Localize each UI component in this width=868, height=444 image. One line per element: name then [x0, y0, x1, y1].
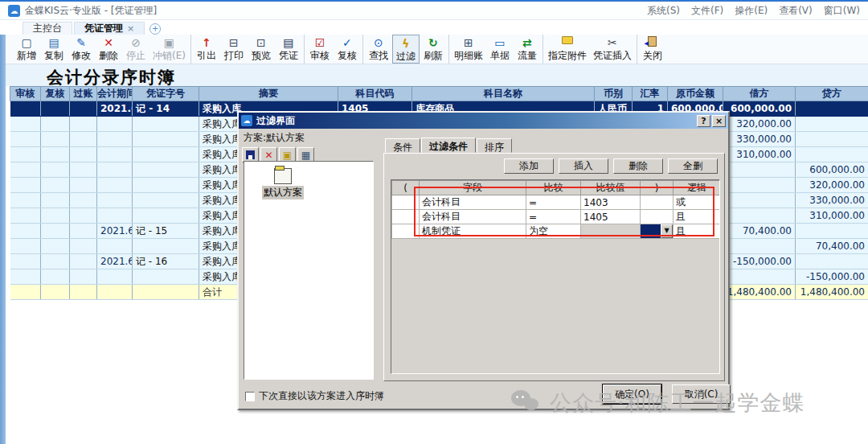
toolbar-button-明细账[interactable]: 明细账 — [451, 35, 486, 64]
condition-cell[interactable]: 且 — [674, 210, 721, 224]
menu-item[interactable]: 窗口(W) — [824, 4, 860, 18]
toolbar-button-指定附件[interactable]: 指定附件 — [545, 35, 590, 64]
condition-cell[interactable] — [641, 195, 674, 210]
toolbar-group: 查找过滤刷新 — [363, 35, 449, 64]
flow-icon — [522, 36, 532, 49]
toolbar-button-label: 预览 — [252, 49, 271, 63]
column-header-复核[interactable]: 复核 — [41, 87, 70, 101]
column-header-审核[interactable]: 审核 — [10, 87, 41, 101]
column-header-过账[interactable]: 过账 — [70, 87, 97, 101]
toolbar-button-停止: 停止 — [122, 35, 149, 64]
toolbar-button-刷新[interactable]: 刷新 — [420, 35, 447, 64]
cell: 记 - 14 — [133, 101, 199, 117]
condition-cell[interactable] — [392, 210, 420, 224]
filter-tab-control: 条件过滤条件排序 添加插入删除全删 (字段比较比较值)逻辑 会计科目=1403或… — [383, 138, 725, 381]
toolbar-button-label: 单据 — [490, 49, 510, 63]
condition-cell[interactable]: 1403 — [581, 195, 641, 210]
column-header-摘要[interactable]: 摘要 — [199, 87, 338, 101]
toolbar-button-新增[interactable]: 新增 — [13, 35, 40, 64]
toolbar-button-审核[interactable]: 审核 — [306, 35, 334, 64]
condition-row[interactable]: 机制凭证为空▼且 — [392, 224, 721, 239]
condition-cell[interactable]: 会计科目 — [420, 210, 526, 224]
toolbar-button-查找[interactable]: 查找 — [365, 35, 392, 64]
toolbar-button-复核[interactable]: 复核 — [334, 35, 361, 64]
column-header-凭证字号[interactable]: 凭证字号 — [133, 87, 199, 101]
dialog-close-button[interactable]: × — [712, 115, 726, 127]
condition-button-插入[interactable]: 插入 — [559, 158, 608, 174]
column-header-原币金额[interactable]: 原币金额 — [668, 87, 723, 101]
condition-cell[interactable]: 1405 — [581, 210, 641, 224]
condition-cell[interactable]: 或 — [674, 195, 721, 210]
condition-button-添加[interactable]: 添加 — [504, 158, 554, 174]
scheme-item-default[interactable]: 默认方案 — [259, 168, 307, 199]
filter-tab-排序[interactable]: 排序 — [477, 138, 512, 153]
toolbar-button-label: 凭证 — [279, 49, 298, 63]
cell: 记 - 15 — [133, 224, 199, 239]
condition-header-row: (字段比较比较值)逻辑 — [392, 181, 721, 195]
column-header-汇率[interactable]: 汇率 — [633, 87, 668, 101]
condition-cell[interactable]: 会计科目 — [420, 195, 526, 210]
cell — [41, 132, 70, 147]
cell — [97, 132, 133, 147]
toolbar-button-流量[interactable]: 流量 — [514, 35, 541, 64]
total-cell — [97, 285, 133, 300]
condition-cell[interactable]: = — [526, 210, 581, 224]
toolbar-group: 关闭 — [637, 35, 668, 64]
cell — [70, 208, 97, 224]
dialog-help-button[interactable]: ? — [697, 115, 710, 127]
condition-cell[interactable]: 且 — [674, 224, 721, 239]
cell — [41, 239, 70, 254]
toolbar-button-过滤[interactable]: 过滤 — [392, 35, 420, 64]
dropdown-arrow-icon[interactable]: ▼ — [661, 224, 673, 238]
filter-tab-条件[interactable]: 条件 — [385, 138, 420, 153]
toolbar-button-凭证[interactable]: 凭证 — [275, 35, 302, 64]
column-header-借方[interactable]: 借方 — [723, 87, 796, 101]
tab-主控台[interactable]: 主控台 — [23, 22, 72, 35]
toolbar-button-打印[interactable]: 打印 — [220, 35, 248, 64]
condition-cell[interactable] — [641, 210, 674, 224]
menu-item[interactable]: 系统(S) — [647, 4, 680, 18]
filter-tab-过滤条件[interactable]: 过滤条件 — [421, 138, 476, 153]
toolbar-button-关闭[interactable]: 关闭 — [639, 35, 666, 64]
toolbar-button-删除[interactable]: 删除 — [95, 35, 122, 64]
column-header-贷方[interactable]: 贷方 — [796, 87, 868, 101]
menu-item[interactable]: 查看(V) — [779, 4, 813, 18]
toolbar-button-修改[interactable]: 修改 — [68, 35, 95, 64]
tab-close-icon[interactable]: × — [127, 23, 134, 34]
column-header-币别[interactable]: 币别 — [595, 87, 633, 101]
condition-cell[interactable]: 为空 — [526, 224, 581, 239]
condition-cell[interactable]: = — [526, 195, 581, 210]
preview-icon — [256, 36, 266, 49]
cell — [10, 239, 41, 254]
condition-cell[interactable]: ▼ — [641, 224, 674, 239]
ok-button[interactable]: 确定(O) — [603, 384, 661, 404]
condition-row[interactable]: 会计科目=1405且 — [392, 210, 721, 224]
cell: -150,000.00 — [796, 269, 868, 285]
toolbar-button-预览[interactable]: 预览 — [248, 35, 275, 64]
column-header-科目名称[interactable]: 科目名称 — [412, 87, 595, 101]
condition-cell[interactable] — [581, 224, 641, 239]
cell — [723, 178, 796, 193]
condition-button-删除[interactable]: 删除 — [613, 158, 663, 174]
toolbar-button-凭证插入[interactable]: 凭证插入 — [590, 35, 635, 64]
column-header-会计期间[interactable]: 会计期间 — [97, 87, 133, 101]
cancel-button[interactable]: 取消(C) — [672, 384, 731, 404]
toolbar-button-单据[interactable]: 单据 — [486, 35, 514, 64]
filter-dialog-titlebar[interactable]: ☁ 过滤界面 ? × — [239, 113, 728, 129]
toolbar-button-复制[interactable]: 复制 — [40, 35, 68, 64]
scheme-listbox[interactable]: 默认方案 — [244, 161, 374, 380]
condition-cell[interactable]: 机制凭证 — [420, 224, 526, 239]
menu-item[interactable]: 操作(E) — [735, 4, 768, 18]
condition-column-逻辑: 逻辑 — [674, 181, 721, 195]
condition-row[interactable]: 会计科目=1403或 — [392, 195, 721, 210]
new-tab-icon[interactable]: + — [149, 23, 161, 35]
condition-button-全删[interactable]: 全删 — [668, 158, 718, 174]
condition-cell[interactable] — [392, 195, 420, 210]
condition-cell[interactable] — [392, 224, 420, 239]
toolbar-button-引出[interactable]: 引出 — [193, 35, 220, 64]
remember-scheme-checkbox[interactable] — [245, 392, 255, 401]
menu-item[interactable]: 文件(F) — [691, 4, 723, 18]
column-header-科目代码[interactable]: 科目代码 — [338, 87, 412, 101]
window-titlebar: ☁ 金蝶KIS云·专业版 - [凭证管理] 系统(S)文件(F)操作(E)查看(… — [0, 0, 868, 20]
tab-凭证管理[interactable]: 凭证管理× — [74, 22, 145, 35]
